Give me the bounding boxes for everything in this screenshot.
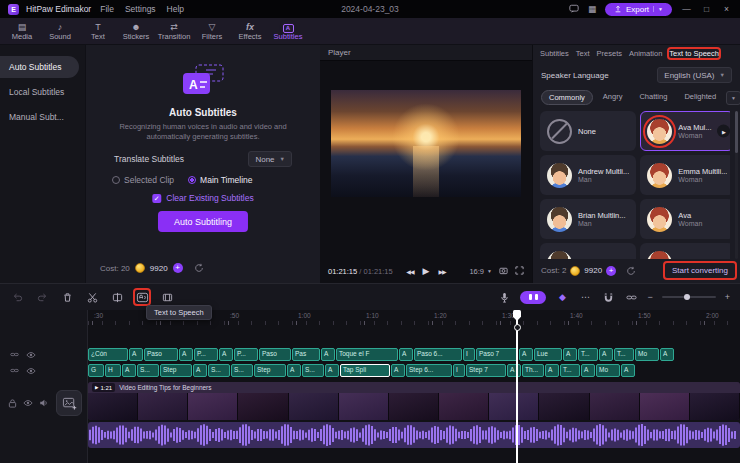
close-button[interactable]: × [721, 4, 732, 14]
scissors-icon[interactable] [85, 290, 99, 304]
radio-selected-clip[interactable]: Selected Clip [112, 175, 174, 185]
subtitle-clip[interactable]: Mo [635, 348, 659, 361]
subtitle-clip[interactable]: A [287, 364, 301, 377]
track-mute-icon[interactable] [39, 398, 49, 410]
microphone-icon[interactable] [497, 290, 511, 304]
speaker-scrollbar[interactable] [735, 111, 738, 259]
tab-media[interactable]: ▤Media [3, 18, 41, 44]
trash-icon[interactable] [60, 290, 74, 304]
magnet-icon[interactable] [601, 290, 615, 304]
refresh-icon[interactable] [626, 266, 636, 276]
sidebar-item-local-subtitles[interactable]: Local Subtitles [0, 81, 79, 103]
video-track[interactable]: ▶1:21 Video Editing Tips for Beginners [88, 382, 740, 420]
subtitle-clip[interactable]: S... [302, 364, 324, 377]
maximize-button[interactable]: □ [701, 4, 712, 14]
clear-existing-checkbox[interactable]: ✓ Clear Existing Subtitles [152, 193, 253, 203]
subtitle-clip[interactable]: Paso [259, 348, 291, 361]
subtitle-clip[interactable]: Th... [522, 364, 544, 377]
fullscreen-icon[interactable] [515, 266, 524, 277]
tab-text-to-speech[interactable]: Text to Speech [669, 49, 719, 58]
speaker-card-emma-multlli[interactable]: Emma Multlli...Woman [640, 155, 730, 195]
subtitle-clip[interactable]: Step 6... [406, 364, 452, 377]
subtitle-clip[interactable]: A [193, 364, 207, 377]
track-visibility-icon[interactable] [26, 351, 36, 361]
subtitle-clip[interactable]: A [545, 364, 559, 377]
tab-presets[interactable]: Presets [597, 49, 622, 58]
subtitle-clip[interactable]: A [599, 348, 613, 361]
tab-stickers[interactable]: ☻Stickers [117, 18, 155, 44]
subtitle-clip[interactable]: A [321, 348, 335, 361]
start-converting-button[interactable]: Start converting [665, 263, 735, 278]
more-options-icon[interactable]: ⋯ [578, 290, 592, 304]
subtitle-clip[interactable]: Step 7 [466, 364, 506, 377]
undo-icon[interactable] [10, 290, 24, 304]
subtitle-clip[interactable]: T... [614, 348, 634, 361]
text-to-speech-icon[interactable] [135, 290, 149, 304]
category-delighted[interactable]: Delighted [677, 90, 723, 105]
tab-transition[interactable]: ⇄Transition [155, 18, 193, 44]
speaker-card-emma[interactable]: Emma [640, 243, 730, 259]
subtitle-clip[interactable]: Pas [292, 348, 320, 361]
zoom-out-button[interactable]: − [647, 292, 652, 302]
tab-filters[interactable]: ▽Filters [193, 18, 231, 44]
tab-effects[interactable]: fxEffects [231, 18, 269, 44]
subtitle-clip[interactable]: Paso 6... [414, 348, 462, 361]
menu-file[interactable]: File [98, 4, 116, 14]
menu-settings[interactable]: Settings [123, 4, 158, 14]
audio-track[interactable] [88, 422, 740, 448]
category-chatting[interactable]: Chatting [632, 90, 674, 105]
refresh-icon[interactable] [194, 263, 204, 273]
subtitle-clip[interactable]: Toque el F [336, 348, 398, 361]
subtitle-clip[interactable]: T... [560, 364, 580, 377]
track-visibility-icon[interactable] [23, 399, 33, 409]
radio-main-timeline[interactable]: Main Timeline [188, 175, 252, 185]
keyframe-icon[interactable]: ◆ [555, 290, 569, 304]
subtitle-clip[interactable]: I [463, 348, 475, 361]
subtitle-clip[interactable]: A [179, 348, 193, 361]
subtitle-clip[interactable]: A [507, 364, 521, 377]
layout-icon[interactable]: ▦ [588, 4, 596, 14]
export-button[interactable]: Export ▼ [605, 3, 672, 16]
subtitle-clip[interactable]: Mo [596, 364, 620, 377]
subtitle-clip[interactable]: Paso [144, 348, 178, 361]
aspect-ratio-dropdown[interactable]: 16:9▼ [469, 267, 492, 276]
tab-text[interactable]: Text [576, 49, 590, 58]
link-icon[interactable] [624, 290, 638, 304]
subtitle-clip[interactable]: A [325, 364, 339, 377]
subtitle-clip[interactable]: P... [234, 348, 258, 361]
track-lock-icon[interactable] [8, 399, 17, 410]
track-link-icon[interactable] [10, 350, 19, 361]
subtitle-clip[interactable]: A [519, 348, 533, 361]
sidebar-item-manual-subt[interactable]: Manual Subt... [0, 106, 79, 128]
subtitle-clip[interactable]: Step [254, 364, 286, 377]
subtitle-clip[interactable]: A [399, 348, 413, 361]
category-angry[interactable]: Angry [596, 90, 630, 105]
play-button[interactable]: ▶ [423, 266, 430, 276]
subtitle-clip[interactable]: A [563, 348, 577, 361]
subtitle-clip[interactable]: ¿Cón [88, 348, 128, 361]
subtitle-clip[interactable]: P... [194, 348, 218, 361]
minimize-button[interactable]: — [681, 4, 692, 14]
subtitle-clip[interactable]: I [453, 364, 465, 377]
category-commonly[interactable]: Commonly [541, 90, 593, 105]
speaker-card-ava-mul[interactable]: Ava Mul...Woman▶ [640, 111, 730, 151]
subtitle-clip[interactable]: T... [578, 348, 598, 361]
zoom-in-button[interactable]: + [725, 292, 730, 302]
track-link-icon[interactable] [10, 366, 19, 377]
sidebar-item-auto-subtitles[interactable]: Auto Subtitles [0, 56, 79, 78]
tab-sound[interactable]: ♪Sound [41, 18, 79, 44]
tab-text[interactable]: TText [79, 18, 117, 44]
timeline-zoom-slider[interactable] [662, 296, 716, 298]
add-media-button[interactable] [56, 390, 82, 416]
subtitle-clip[interactable]: S... [137, 364, 159, 377]
subtitle-clip[interactable]: A [660, 348, 674, 361]
add-coins-button[interactable]: + [606, 266, 616, 276]
feedback-icon[interactable] [569, 4, 579, 14]
subtitle-clip[interactable]: A [122, 364, 136, 377]
freeze-frame-icon[interactable] [160, 290, 174, 304]
auto-subtitling-button[interactable]: Auto Subtitling [158, 211, 248, 232]
subtitle-clip[interactable]: G [88, 364, 104, 377]
redo-icon[interactable] [35, 290, 49, 304]
subtitle-clip[interactable]: H [105, 364, 121, 377]
speaker-card-brian-multlin[interactable]: Brian Multlin...Man [540, 199, 636, 239]
